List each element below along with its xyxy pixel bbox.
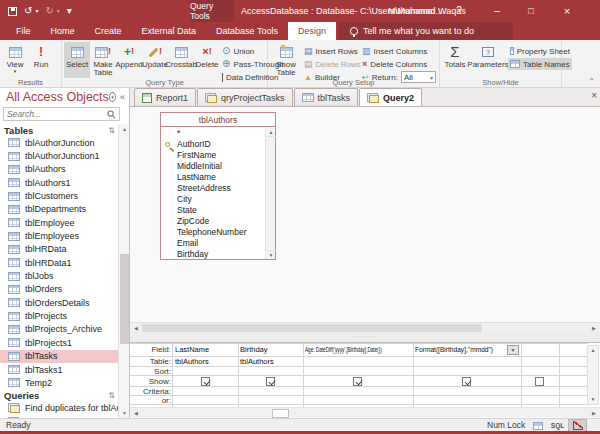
show-checkbox[interactable] (266, 377, 275, 386)
scrollbar-thumb[interactable] (142, 324, 482, 332)
field-list-row[interactable]: TelephoneNumber (161, 227, 265, 238)
delete-query-button[interactable]: ×! Delete (194, 42, 220, 78)
field-list-row[interactable]: * (161, 128, 265, 139)
nav-item-table[interactable]: tblEmployees (0, 229, 118, 242)
grid-field-cell[interactable]: Age: DateDiff('yyyy',[Birthday],Date()) (305, 345, 412, 355)
scroll-left-icon[interactable]: ◀ (131, 408, 141, 418)
nav-section-queries[interactable]: Queries⇅ (0, 390, 118, 402)
tell-me-box[interactable]: Tell me what you want to do (338, 22, 513, 40)
grid-table-cell[interactable]: tblAuthors (240, 357, 301, 367)
field-list-row[interactable]: City (161, 194, 265, 205)
grid-vscrollbar[interactable]: ▲ ▼ (587, 345, 599, 405)
nav-item-table[interactable]: tblProjects1 (0, 336, 118, 349)
nav-item-query[interactable]: Find duplicates for tblAuthors (0, 402, 118, 415)
show-checkbox[interactable] (462, 377, 471, 386)
nav-search-box[interactable] (3, 107, 120, 121)
redo-icon[interactable]: ↻ (45, 6, 53, 16)
maximize-button[interactable]: □ (516, 0, 546, 22)
append-button[interactable]: +! Append (116, 42, 142, 78)
nav-scrollbar[interactable]: ▲ ▼ (118, 124, 129, 418)
field-list-row[interactable]: LastName (161, 172, 265, 183)
field-list-tblauthors[interactable]: tblAuthors * AuthorID FirstName (160, 112, 276, 260)
ribbon-tab[interactable]: Home (41, 22, 85, 40)
help-button[interactable]: ? (444, 0, 474, 22)
delete-columns-button[interactable]: ×Delete Columns (360, 58, 438, 70)
totals-button[interactable]: Σ Totals (442, 42, 468, 78)
scrollbar-thumb[interactable] (272, 409, 289, 418)
nav-item-table[interactable]: tblDepartments (0, 203, 118, 216)
select-query-button[interactable]: Select (64, 42, 90, 78)
grid-field-cell[interactable]: Format([Birthday],"mmdd") (415, 345, 505, 355)
search-icon[interactable] (107, 110, 116, 119)
search-input[interactable] (7, 109, 107, 119)
scrollbar-thumb[interactable] (120, 254, 129, 344)
nav-item-table[interactable]: tblTasks (0, 350, 118, 363)
nav-section-tables[interactable]: Tables⇅ (0, 124, 118, 136)
field-list-row[interactable]: Email (161, 238, 265, 249)
nav-item-table[interactable]: tblTasks1 (0, 363, 118, 376)
nav-item-table[interactable]: tblHRData (0, 243, 118, 256)
view-button[interactable]: View▾ (2, 42, 28, 78)
minimize-button[interactable]: – (482, 0, 512, 22)
nav-item-table[interactable]: tblProjects (0, 309, 118, 322)
undo-icon[interactable]: ↺ (24, 6, 32, 16)
ribbon-tab[interactable]: External Data (132, 22, 207, 40)
field-list-row[interactable]: FirstName (161, 150, 265, 161)
show-checkbox[interactable] (535, 377, 544, 386)
redo-caret-icon[interactable]: ▾ (57, 8, 60, 14)
parameters-button[interactable]: ? Parameters (468, 42, 508, 78)
field-list-row[interactable]: State (161, 205, 265, 216)
save-icon[interactable] (8, 7, 17, 16)
field-list-row[interactable]: MiddleInitial (161, 161, 265, 172)
field-dropdown-icon[interactable]: ▼ (507, 345, 519, 355)
grid-field-cell[interactable]: LastName (175, 345, 236, 355)
nav-item-table[interactable]: tblOrdersDetails (0, 296, 118, 309)
scroll-down-icon[interactable]: ▼ (588, 395, 598, 404)
design-pane-hscrollbar[interactable]: ◀ ▶ (130, 322, 600, 332)
document-tab[interactable]: tblTasks (294, 88, 359, 106)
field-list-row[interactable]: Birthday (161, 249, 265, 259)
make-table-button[interactable]: ! Make Table (90, 42, 116, 78)
nav-item-table[interactable]: tblEmployee (0, 216, 118, 229)
nav-item-table[interactable]: tblOrders (0, 283, 118, 296)
nav-item-table[interactable]: tblHRData1 (0, 256, 118, 269)
scroll-right-icon[interactable]: ▶ (589, 408, 599, 418)
pane-splitter[interactable]: ······· (130, 332, 600, 343)
contextual-tab-query-tools[interactable]: Query Tools (190, 0, 234, 22)
close-button[interactable]: × (552, 0, 582, 22)
show-checkbox[interactable] (353, 377, 362, 386)
grid-field-cell[interactable]: Birthday (240, 345, 301, 355)
nav-item-table[interactable]: Temp2 (0, 376, 118, 389)
ribbon-tab[interactable]: File (6, 22, 41, 40)
grid-table-cell[interactable]: tblAuthors (175, 357, 236, 367)
field-list-row[interactable]: ZipCode (161, 216, 265, 227)
field-list-row[interactable]: StreetAddress (161, 183, 265, 194)
nav-item-table[interactable]: tblAuthorJunction1 (0, 149, 118, 162)
nav-item-table[interactable]: tblCustomers (0, 189, 118, 202)
customize-qat-icon[interactable]: ▾ (67, 6, 72, 16)
nav-item-table[interactable]: tblProjects_Archive (0, 323, 118, 336)
nav-item-table[interactable]: tblJobs (0, 269, 118, 282)
field-list-row[interactable]: AuthorID (161, 139, 265, 150)
document-tab[interactable]: Query2 (359, 88, 422, 106)
ribbon-tab[interactable]: Database Tools (206, 22, 288, 40)
collapse-ribbon-icon[interactable]: ⌃ (588, 77, 595, 86)
close-document-icon[interactable]: × (591, 90, 597, 101)
insert-rows-button[interactable]: ▤Insert Rows (302, 45, 360, 57)
document-tab[interactable]: Report1 (134, 88, 196, 106)
delete-rows-button[interactable]: ▤Delete Rows (302, 58, 360, 70)
scroll-up-icon[interactable]: ▲ (119, 124, 130, 134)
run-button[interactable]: ! Run (28, 42, 54, 78)
undo-caret-icon[interactable]: ▾ (35, 8, 38, 14)
show-table-button[interactable]: ★ Show Table (270, 42, 302, 78)
shutter-close-icon[interactable]: « (120, 92, 125, 102)
field-list-scrollbar[interactable]: ▲ ▼ (265, 128, 275, 259)
nav-item-table[interactable]: tblAuthorJunction (0, 136, 118, 149)
ribbon-tab[interactable]: Create (85, 22, 132, 40)
document-tab[interactable]: qryProjectTasks (197, 88, 293, 106)
crosstab-button[interactable]: Crosstab (168, 42, 194, 78)
scroll-down-icon[interactable]: ▼ (266, 250, 276, 259)
ribbon-tab[interactable]: Design (288, 22, 336, 40)
nav-item-table[interactable]: tblAuthors1 (0, 176, 118, 189)
grid-hscrollbar[interactable]: ◀ ▶ (130, 407, 600, 417)
